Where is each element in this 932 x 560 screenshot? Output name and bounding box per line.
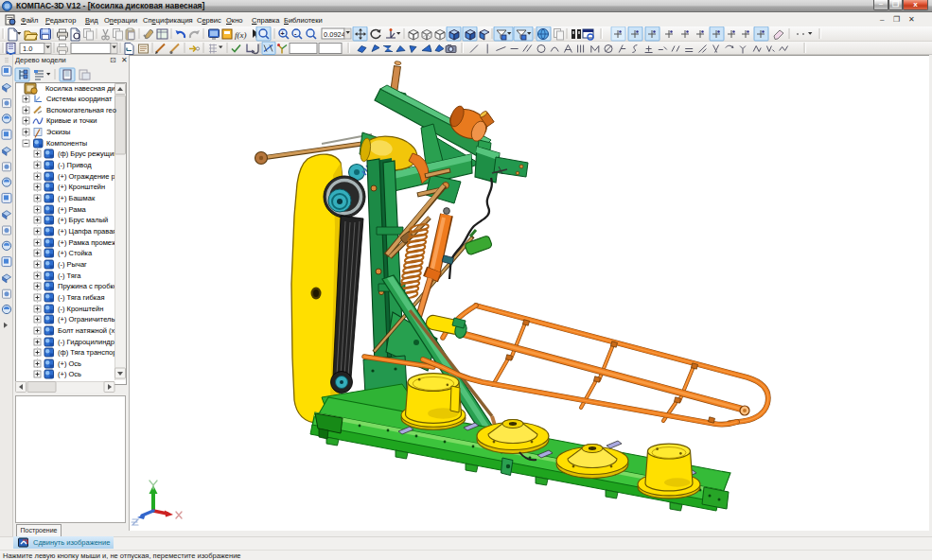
svg-text:1.0: 1.0 [23, 44, 32, 53]
svg-text:0.0924: 0.0924 [324, 30, 345, 39]
svg-text:+: + [281, 30, 285, 37]
